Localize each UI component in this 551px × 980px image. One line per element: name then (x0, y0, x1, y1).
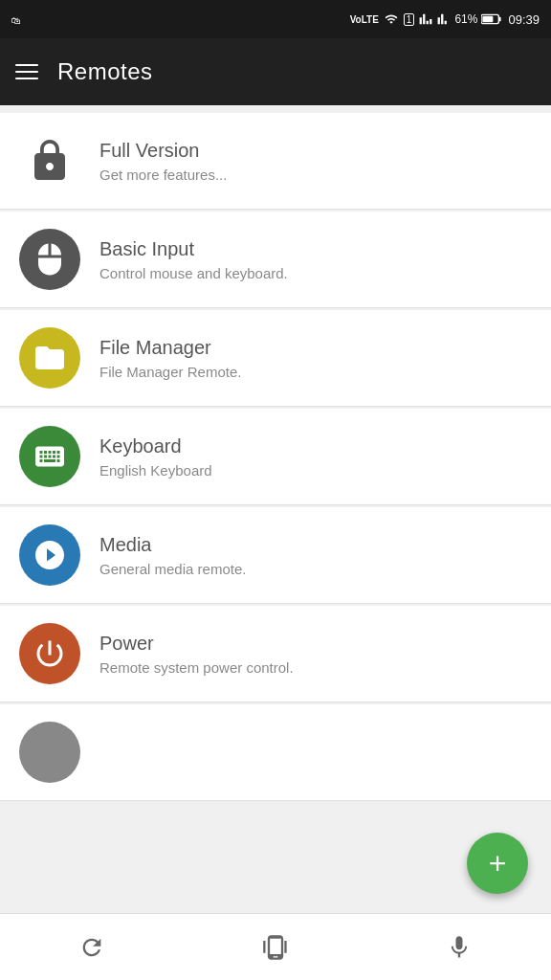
basic-input-subtitle: Control mouse and keyboard. (99, 265, 288, 281)
play-circle-icon (33, 538, 67, 572)
svg-text:🛍: 🛍 (11, 15, 21, 26)
list-item-partial (0, 704, 551, 801)
power-icon-container (19, 623, 80, 684)
time-display: 09:39 (508, 12, 540, 27)
list-item-power[interactable]: Power Remote system power control. (0, 606, 551, 702)
menu-button[interactable] (15, 64, 38, 79)
media-subtitle: General media remote. (99, 561, 246, 577)
nav-microphone-button[interactable] (421, 914, 497, 980)
lock-icon (27, 138, 73, 184)
svg-point-4 (46, 560, 55, 568)
keyboard-icon-container (19, 426, 80, 487)
list-item-keyboard[interactable]: Keyboard English Keyboard (0, 409, 551, 505)
svg-rect-2 (483, 16, 494, 22)
media-icon-container (19, 524, 80, 586)
media-text: Media General media remote. (99, 534, 246, 577)
file-manager-text: File Manager File Manager Remote. (99, 337, 241, 380)
list-item-file-manager[interactable]: File Manager File Manager Remote. (0, 310, 551, 407)
nav-refresh-button[interactable] (54, 914, 130, 980)
folder-icon (33, 341, 67, 375)
phone-vibrate-icon (262, 934, 289, 961)
full-version-title: Full Version (99, 140, 227, 162)
keyboard-subtitle: English Keyboard (99, 462, 212, 479)
bottom-navigation (0, 913, 551, 980)
full-version-icon-container (19, 130, 80, 191)
fab-plus-icon: + (489, 848, 507, 879)
wifi-icon (383, 12, 400, 26)
nav-phone-button[interactable] (237, 914, 314, 980)
svg-rect-3 (499, 17, 501, 22)
page-title: Remotes (57, 58, 153, 85)
app-bar: Remotes (0, 38, 551, 105)
file-manager-subtitle: File Manager Remote. (99, 364, 241, 380)
basic-input-title: Basic Input (99, 238, 288, 260)
refresh-icon (78, 934, 105, 961)
keyboard-icon (33, 439, 67, 474)
list-item-full-version[interactable]: Full Version Get more features... (0, 113, 551, 210)
battery-icon (481, 12, 502, 26)
power-icon (33, 636, 67, 671)
basic-input-text: Basic Input Control mouse and keyboard. (99, 238, 288, 281)
carrier-info: 🛍 (11, 12, 33, 26)
power-title: Power (99, 633, 294, 655)
signal-icon (418, 12, 433, 26)
keyboard-text: Keyboard English Keyboard (99, 435, 212, 479)
signal2-icon (437, 12, 451, 26)
volte-indicator: VoLTE (350, 14, 379, 25)
mouse-icon (33, 242, 67, 277)
basic-input-icon-container (19, 229, 80, 290)
list-item-media[interactable]: Media General media remote. (0, 507, 551, 604)
microphone-icon (446, 934, 473, 961)
add-remote-fab[interactable]: + (467, 833, 528, 894)
file-manager-title: File Manager (99, 337, 241, 359)
battery-percent: 61% (454, 12, 477, 26)
status-bar: 🛍 VoLTE 1 61% (0, 0, 551, 38)
power-subtitle: Remote system power control. (99, 659, 294, 676)
power-text: Power Remote system power control. (99, 633, 294, 676)
remotes-list: Full Version Get more features... Basic … (0, 105, 551, 913)
media-title: Media (99, 534, 246, 556)
sim1-indicator: 1 (404, 13, 415, 26)
full-version-subtitle: Get more features... (99, 167, 227, 183)
file-manager-icon-container (19, 327, 80, 389)
status-icons: VoLTE 1 61% 09:39 (350, 12, 540, 27)
list-item-basic-input[interactable]: Basic Input Control mouse and keyboard. (0, 212, 551, 308)
partial-icon (19, 722, 80, 783)
keyboard-title: Keyboard (99, 435, 212, 457)
full-version-text: Full Version Get more features... (99, 140, 227, 183)
